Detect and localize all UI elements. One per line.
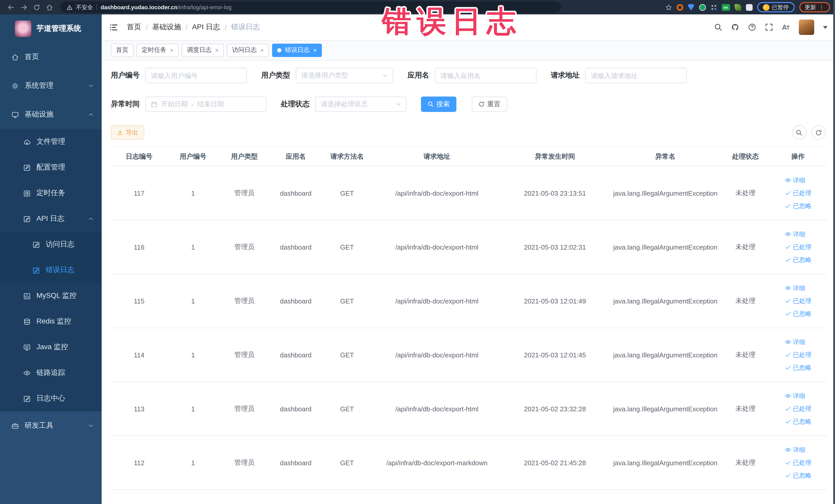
breadcrumb-item-0[interactable]: 首页: [127, 23, 141, 32]
user-type-label: 用户类型: [261, 71, 290, 80]
search-icon[interactable]: [714, 23, 722, 31]
sidebar-item-12[interactable]: 链路追踪: [0, 360, 102, 386]
github-icon[interactable]: [731, 23, 739, 31]
cell-user_type: 管理员: [219, 220, 270, 274]
process-status-select[interactable]: 请选择处理状态: [315, 97, 407, 112]
puzzle-extension-icon[interactable]: [746, 4, 752, 11]
refresh-icon[interactable]: [811, 125, 826, 140]
font-size-icon[interactable]: [781, 23, 790, 31]
log-icon: [23, 215, 31, 223]
column-header-7: 异常名: [609, 147, 722, 166]
user-type-select[interactable]: 请选择用户类型: [296, 68, 393, 83]
action-已处理[interactable]: 已处理: [785, 350, 811, 359]
search-button[interactable]: 搜索: [421, 97, 456, 112]
action-已忽略[interactable]: 已忽略: [785, 256, 811, 264]
action-已忽略[interactable]: 已忽略: [785, 202, 811, 210]
tab-访问日志[interactable]: 访问日志 ×: [227, 43, 269, 57]
cell-user_type: 管理员: [219, 382, 270, 436]
tab-定时任务[interactable]: 定时任务 ×: [137, 43, 179, 57]
paused-badge[interactable]: 已暂停: [757, 2, 794, 12]
orange-extension-icon[interactable]: [676, 4, 683, 11]
action-详细[interactable]: 详细: [785, 338, 805, 346]
home-icon[interactable]: [44, 2, 55, 13]
cell-method: GET: [321, 382, 373, 436]
action-已忽略[interactable]: 已忽略: [785, 309, 811, 318]
back-icon[interactable]: [5, 2, 16, 13]
leaf-extension-icon[interactable]: [734, 4, 741, 11]
close-icon[interactable]: ×: [170, 47, 174, 53]
action-已处理[interactable]: 已处理: [785, 189, 811, 198]
scrollbar[interactable]: [833, 0, 835, 504]
timer-icon: [23, 189, 31, 197]
tab-错误日志[interactable]: 错误日志 ×: [272, 43, 322, 57]
cell-actions: 详细已处理已忽略: [769, 220, 827, 274]
sidebar-item-6[interactable]: API 日志: [0, 206, 102, 231]
cell-url: /api/infra/db-doc/export-html: [373, 274, 501, 328]
green-extension-icon[interactable]: [699, 4, 706, 11]
action-详细[interactable]: 详细: [785, 230, 805, 239]
caret-down-icon[interactable]: [823, 25, 827, 29]
sidebar-item-3[interactable]: 文件管理: [0, 129, 102, 155]
tab-调度日志[interactable]: 调度日志 ×: [182, 43, 224, 57]
kebab-menu-icon[interactable]: ⋮: [819, 4, 824, 11]
forward-icon[interactable]: [18, 2, 29, 13]
request-url-input[interactable]: [585, 68, 687, 83]
hamburger-icon[interactable]: [109, 23, 118, 32]
action-详细[interactable]: 详细: [785, 391, 805, 400]
reset-button[interactable]: 重置: [472, 97, 507, 112]
tab-首页[interactable]: 首页: [111, 43, 134, 57]
cell-method: GET: [321, 166, 373, 220]
close-icon[interactable]: ×: [215, 47, 219, 53]
user-id-input[interactable]: [145, 68, 247, 83]
close-icon[interactable]: ×: [313, 47, 317, 53]
sidebar-item-9[interactable]: MySQL 监控: [0, 283, 102, 309]
fullscreen-icon[interactable]: [765, 23, 773, 31]
sidebar-item-0[interactable]: 首页: [0, 43, 102, 72]
address-bar[interactable]: 不安全 dashboard.yudao.iocoder.cn/infra/log…: [61, 2, 561, 13]
close-icon[interactable]: ×: [260, 47, 264, 53]
bookmark-star-icon[interactable]: [665, 4, 672, 11]
action-已忽略[interactable]: 已忽略: [785, 417, 811, 426]
action-已处理[interactable]: 已处理: [785, 243, 811, 251]
sidebar-item-2[interactable]: 基础设施: [0, 100, 102, 129]
column-header-9: 操作: [769, 147, 827, 166]
cell-status: 未处理: [722, 382, 769, 436]
export-button[interactable]: 导出: [111, 125, 144, 140]
sidebar-item-7[interactable]: 访问日志: [0, 231, 102, 257]
sidebar-item-1[interactable]: 系统管理: [0, 72, 102, 100]
action-已处理[interactable]: 已处理: [785, 404, 811, 413]
action-详细[interactable]: 详细: [785, 284, 805, 293]
browser-right-cluster: on 已暂停 更新 ⋮: [665, 2, 830, 12]
table-toolbar: 导出: [111, 125, 827, 140]
action-详细[interactable]: 详细: [785, 176, 805, 185]
sidebar-item-5[interactable]: 定时任务: [0, 180, 102, 206]
action-已忽略[interactable]: 已忽略: [785, 363, 811, 372]
breadcrumb-item-1[interactable]: 基础设施: [152, 23, 181, 32]
sidebar-item-14[interactable]: 研发工具: [0, 411, 102, 440]
app-name-input[interactable]: [435, 68, 536, 83]
shield-extension-icon[interactable]: [688, 4, 694, 11]
toggle-search-icon[interactable]: [792, 125, 806, 140]
breadcrumb-item-2[interactable]: API 日志: [192, 23, 220, 32]
column-header-3: 应用名: [270, 147, 321, 166]
cell-url: /api/infra/db-doc/export-html: [373, 382, 501, 436]
reload-icon[interactable]: [31, 2, 42, 13]
help-icon[interactable]: [748, 23, 756, 31]
cell-id: 114: [111, 328, 167, 382]
update-badge[interactable]: 更新 ⋮: [799, 2, 830, 12]
action-已处理[interactable]: 已处理: [785, 458, 811, 467]
app-logo[interactable]: 芋道管理系统: [0, 14, 102, 43]
action-已处理[interactable]: 已处理: [785, 297, 811, 305]
avatar[interactable]: [798, 20, 814, 35]
grid-extension-icon[interactable]: [710, 4, 717, 11]
date-range-picker[interactable]: 开始日期 - 结束日期: [145, 97, 266, 112]
action-详细[interactable]: 详细: [785, 445, 805, 454]
column-header-4: 请求方法名: [321, 147, 373, 166]
sidebar-item-4[interactable]: 配置管理: [0, 155, 102, 180]
sidebar-item-8[interactable]: 错误日志: [0, 257, 102, 283]
on-extension-icon[interactable]: on: [721, 4, 730, 11]
sidebar-item-11[interactable]: Java 监控: [0, 334, 102, 360]
action-已忽略[interactable]: 已忽略: [785, 471, 811, 480]
sidebar-item-10[interactable]: Redis 监控: [0, 309, 102, 334]
sidebar-item-13[interactable]: 日志中心: [0, 386, 102, 411]
